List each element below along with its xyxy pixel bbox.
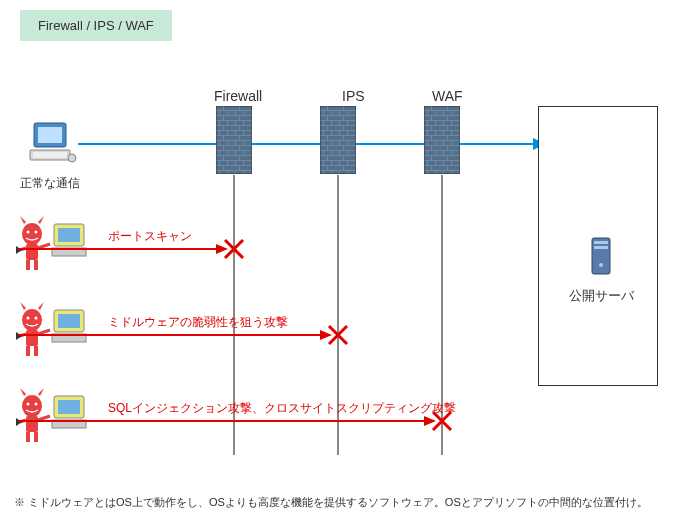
svg-rect-71 [594,241,608,244]
footnote-text: ※ ミドルウェアとはOS上で動作をし、OSよりも高度な機能を提供するソフトウェア… [14,495,648,510]
ips-wall-icon [320,106,356,174]
attack-2-arrow [18,327,334,343]
svg-rect-28 [26,260,30,270]
waf-wall-icon [424,106,460,174]
svg-marker-20 [20,216,26,224]
svg-rect-3 [33,152,67,158]
col-waf-label: WAF [432,88,463,104]
block-cross-3 [431,410,453,432]
svg-point-37 [35,317,38,320]
svg-rect-29 [34,260,38,270]
svg-marker-34 [20,302,26,310]
svg-rect-57 [34,432,38,442]
svg-rect-15 [424,106,460,174]
svg-rect-72 [594,246,608,249]
normal-traffic-arrow [78,134,548,154]
svg-rect-56 [26,432,30,442]
svg-point-23 [35,231,38,234]
svg-rect-13 [216,106,252,174]
svg-rect-1 [38,127,62,143]
svg-marker-49 [38,388,44,396]
diagram-title: Firewall / IPS / WAF [20,10,172,41]
svg-rect-14 [320,106,356,174]
normal-traffic-label: 正常な通信 [20,175,80,192]
attack-3-arrow [18,413,438,429]
svg-rect-17 [58,228,80,242]
col-ips-label: IPS [342,88,365,104]
svg-point-22 [27,231,30,234]
attack-1-arrow [18,241,230,257]
svg-point-51 [35,403,38,406]
block-cross-2 [327,324,349,346]
svg-marker-35 [38,302,44,310]
svg-rect-43 [34,346,38,356]
svg-point-73 [599,263,603,267]
svg-point-4 [68,154,76,162]
firewall-wall-icon [216,106,252,174]
client-computer-icon [28,120,78,173]
svg-rect-31 [58,314,80,328]
public-server-box: 公開サーバ [538,106,658,386]
svg-rect-45 [58,400,80,414]
svg-point-36 [27,317,30,320]
server-label: 公開サーバ [569,287,634,305]
svg-marker-48 [20,388,26,396]
svg-point-50 [27,403,30,406]
svg-rect-42 [26,346,30,356]
svg-marker-21 [38,216,44,224]
block-cross-1 [223,238,245,260]
col-firewall-label: Firewall [214,88,262,104]
server-icon [591,237,611,275]
